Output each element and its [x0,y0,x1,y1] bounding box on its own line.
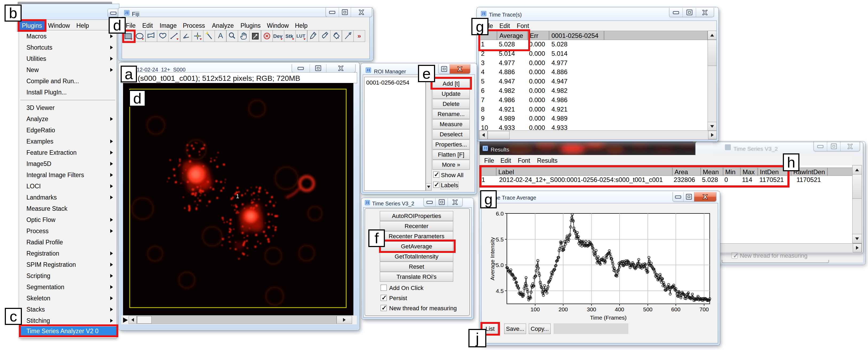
svg-text:100: 100 [530,306,540,312]
svg-text:200: 200 [558,306,568,312]
svg-text:5.0: 5.0 [496,262,504,268]
svg-text:Time (Frames): Time (Frames) [590,315,627,321]
svg-text:Stk: Stk [285,33,293,39]
svg-text:600: 600 [671,306,680,312]
svg-text:4.5: 4.5 [496,288,504,294]
svg-text:A: A [218,31,223,40]
svg-text:5.5: 5.5 [496,236,504,243]
svg-text:700: 700 [699,306,709,312]
svg-text:Dev: Dev [273,33,283,39]
svg-text:1: 1 [236,193,239,199]
svg-text:6.0: 6.0 [496,211,504,217]
svg-text:LUT: LUT [296,34,305,39]
svg-text:300: 300 [587,306,596,312]
svg-text:Average Intensity: Average Intensity [489,237,495,280]
svg-text:500: 500 [643,306,652,312]
svg-text:400: 400 [615,306,624,312]
svg-text:»: » [358,32,361,39]
